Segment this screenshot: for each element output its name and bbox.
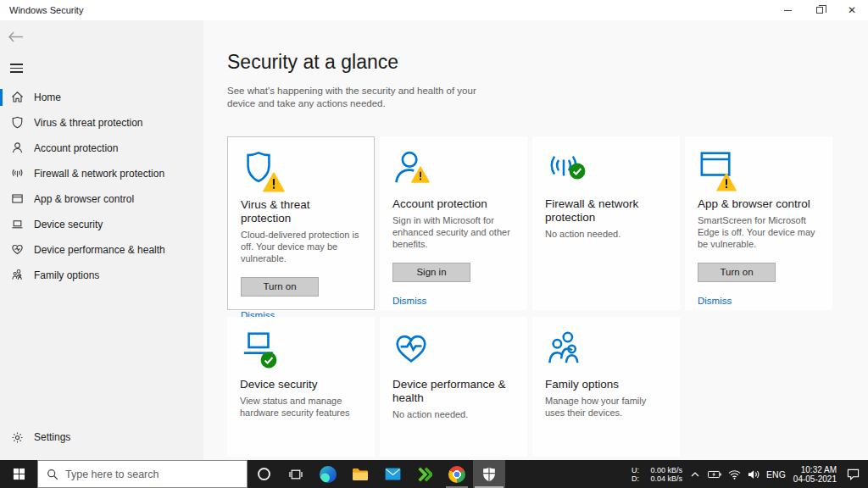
- card-virus-threat-protection[interactable]: Virus & threat protection Cloud-delivere…: [227, 136, 375, 310]
- sidebar-item-settings[interactable]: Settings: [0, 424, 203, 450]
- warning-badge-icon: [263, 172, 285, 192]
- browser-window-icon: [10, 192, 24, 206]
- windows-security-button[interactable]: [473, 460, 505, 488]
- card-device-security[interactable]: Device security View status and manage h…: [227, 317, 375, 457]
- close-icon: ✕: [848, 5, 856, 15]
- shield-icon: [10, 116, 24, 130]
- sign-in-button[interactable]: Sign in: [392, 263, 470, 282]
- upload-label: U:: [632, 466, 643, 474]
- title-bar: Windows Security ✕: [0, 0, 868, 20]
- sidebar-item-label: Family options: [34, 269, 99, 281]
- upload-value: 0.00 kB/s: [643, 466, 682, 474]
- chevrons-app-button[interactable]: [409, 460, 441, 488]
- warning-badge-icon: [411, 166, 430, 183]
- sidebar-item-virus-threat-protection[interactable]: Virus & threat protection: [0, 110, 203, 136]
- card-family-options[interactable]: Family options Manage how your family us…: [532, 317, 680, 457]
- volume-button[interactable]: [747, 469, 760, 480]
- file-explorer-button[interactable]: [344, 460, 376, 488]
- card-description: No action needed.: [392, 408, 515, 420]
- card-title: Device performance & health: [392, 378, 515, 405]
- network-icon: [10, 167, 24, 180]
- minimize-button[interactable]: [771, 0, 804, 20]
- start-button[interactable]: [0, 460, 37, 488]
- language-indicator[interactable]: ENG: [766, 469, 786, 480]
- card-description: No action needed.: [545, 228, 667, 240]
- back-arrow-icon: [8, 31, 24, 42]
- laptop-icon: [10, 218, 24, 231]
- family-icon: [545, 330, 587, 369]
- network-ok-icon: [545, 149, 587, 188]
- card-device-performance-health[interactable]: Device performance & health No action ne…: [380, 317, 527, 457]
- gear-icon: [10, 430, 24, 444]
- shield-warning-icon: [241, 150, 283, 189]
- sidebar-item-device-security[interactable]: Device security: [0, 212, 203, 237]
- green-chevrons-icon: [417, 467, 432, 482]
- card-title: Account protection: [392, 197, 515, 211]
- mail-icon: [385, 468, 401, 480]
- restore-button[interactable]: [804, 0, 836, 20]
- sidebar-item-family-options[interactable]: Family options: [0, 263, 203, 288]
- dismiss-link[interactable]: Dismiss: [392, 296, 426, 306]
- turn-on-button[interactable]: Turn on: [241, 277, 319, 297]
- sidebar-item-device-performance-health[interactable]: Device performance & health: [0, 237, 203, 263]
- card-description: Sign in with Microsoft for enhanced secu…: [392, 214, 515, 250]
- cortana-icon: [258, 468, 270, 480]
- mail-button[interactable]: [376, 460, 409, 488]
- network-speed-monitor[interactable]: U:0.00 kB/s D:0.04 kB/s: [632, 466, 682, 483]
- taskbar: U:0.00 kB/s D:0.04 kB/s ENG 10:32 AM 04-…: [0, 460, 868, 488]
- card-description: Manage how your family uses their device…: [545, 395, 667, 419]
- card-account-protection[interactable]: Account protection Sign in with Microsof…: [380, 136, 527, 310]
- task-view-button[interactable]: [280, 460, 312, 488]
- minimize-icon: [784, 10, 792, 11]
- card-app-browser-control[interactable]: App & browser control SmartScreen for Mi…: [685, 136, 832, 310]
- turn-on-button[interactable]: Turn on: [698, 263, 776, 282]
- sidebar-nav: Home Virus & threat protection Account p…: [0, 85, 203, 288]
- menu-button[interactable]: [10, 64, 24, 73]
- card-title: App & browser control: [698, 197, 820, 211]
- speaker-icon: [748, 469, 760, 480]
- card-title: Device security: [240, 378, 362, 391]
- sidebar-item-label: App & browser control: [34, 193, 134, 205]
- restore-icon: [816, 7, 823, 14]
- wifi-button[interactable]: [727, 469, 741, 480]
- battery-button[interactable]: [708, 470, 721, 479]
- sidebar-item-app-browser-control[interactable]: App & browser control: [0, 186, 203, 212]
- download-label: D:: [632, 474, 643, 483]
- card-description: Cloud-delivered protection is off. Your …: [241, 229, 361, 264]
- back-button[interactable]: [8, 28, 28, 45]
- sidebar-item-firewall-network-protection[interactable]: Firewall & network protection: [0, 161, 203, 186]
- defender-shield-icon: [481, 467, 497, 482]
- sidebar-item-label: Firewall & network protection: [34, 168, 164, 180]
- clock[interactable]: 10:32 AM 04-05-2021: [792, 465, 838, 484]
- sidebar-item-label: Home: [34, 92, 61, 103]
- close-button[interactable]: ✕: [836, 0, 868, 20]
- card-title: Firewall & network protection: [545, 197, 667, 225]
- dismiss-link[interactable]: Dismiss: [698, 296, 732, 306]
- time: 10:32 AM: [793, 465, 837, 474]
- windows-logo-icon: [13, 468, 25, 480]
- edge-icon: [320, 466, 337, 483]
- card-firewall-network-protection[interactable]: Firewall & network protection No action …: [532, 136, 680, 310]
- taskbar-search[interactable]: [37, 460, 248, 488]
- download-value: 0.04 kB/s: [643, 474, 682, 483]
- cortana-button[interactable]: [248, 460, 280, 488]
- card-title: Virus & threat protection: [241, 198, 361, 225]
- page-subtitle: See what's happening with the security a…: [227, 85, 481, 110]
- home-icon: [10, 91, 24, 104]
- sidebar: Home Virus & threat protection Account p…: [0, 20, 203, 460]
- page-title: Security at a glance: [227, 51, 868, 74]
- browser-warning-icon: [698, 149, 740, 188]
- system-tray: U:0.00 kB/s D:0.04 kB/s ENG 10:32 AM 04-…: [632, 460, 868, 488]
- sidebar-item-account-protection[interactable]: Account protection: [0, 136, 203, 161]
- person-icon: [10, 141, 24, 155]
- search-input[interactable]: [65, 469, 226, 480]
- person-warning-icon: [392, 149, 435, 188]
- sidebar-item-label: Device security: [34, 219, 103, 230]
- file-explorer-icon: [352, 468, 369, 481]
- sidebar-item-home[interactable]: Home: [0, 85, 203, 110]
- hidden-icons-button[interactable]: [688, 472, 702, 477]
- edge-button[interactable]: [312, 460, 344, 488]
- action-center-button[interactable]: [844, 469, 861, 480]
- chevron-up-icon: [691, 472, 699, 477]
- chrome-button[interactable]: [441, 460, 473, 488]
